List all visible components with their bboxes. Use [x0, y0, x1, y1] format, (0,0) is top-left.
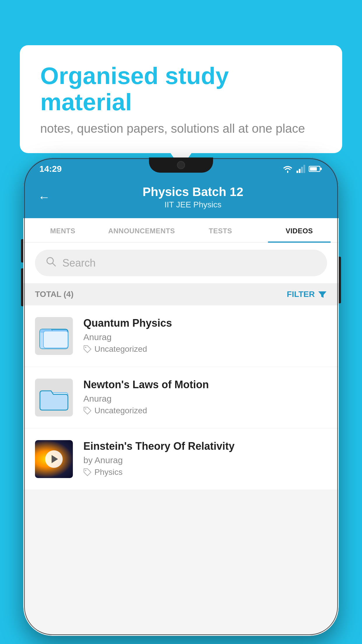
play-triangle-icon	[52, 455, 58, 463]
list-item[interactable]: Quantum Physics Anurag Uncategorized	[23, 305, 339, 367]
wifi-icon	[282, 165, 293, 173]
filter-icon	[318, 290, 327, 298]
camera	[177, 161, 185, 169]
app-header: ← Physics Batch 12 IIT JEE Physics	[23, 177, 339, 218]
tab-tests[interactable]: TESTS	[181, 218, 260, 242]
item-thumbnail-1	[35, 317, 73, 355]
svg-rect-5	[310, 167, 317, 171]
list-item[interactable]: Einstein's Theory Of Relativity by Anura…	[23, 428, 339, 490]
phone-screen: 14:29	[23, 158, 339, 636]
search-container: Search	[23, 243, 339, 283]
signal-icon	[296, 165, 305, 173]
svg-rect-2	[301, 167, 303, 173]
tag-icon-3	[83, 468, 92, 476]
item-title-3: Einstein's Theory Of Relativity	[83, 440, 327, 452]
notch	[149, 158, 213, 173]
item-tag-text-2: Uncategorized	[94, 406, 147, 415]
item-thumbnail-3	[35, 440, 73, 478]
bubble-title: Organised study material	[40, 63, 322, 115]
svg-rect-0	[296, 171, 298, 173]
tab-ments[interactable]: MENTS	[23, 218, 102, 242]
folder-icon-1	[39, 323, 68, 349]
item-tag-2: Uncategorized	[83, 406, 327, 415]
search-icon	[45, 256, 57, 270]
filter-bar: TOTAL (4) FILTER	[23, 283, 339, 305]
item-info-2: Newton's Laws of Motion Anurag Uncategor…	[83, 379, 327, 415]
item-author-3: by Anurag	[83, 455, 327, 465]
phone-frame: 14:29	[23, 158, 339, 636]
side-button-right	[339, 257, 341, 303]
phone-wrapper: 14:29	[23, 158, 339, 636]
speech-bubble: Organised study material notes, question…	[20, 45, 342, 153]
svg-point-15	[85, 470, 86, 471]
svg-line-8	[52, 263, 55, 266]
filter-label: FILTER	[287, 290, 315, 299]
list-item[interactable]: Newton's Laws of Motion Anurag Uncategor…	[23, 367, 339, 428]
tag-icon-2	[83, 407, 92, 415]
header-title: Physics Batch 12	[62, 185, 324, 199]
search-placeholder: Search	[62, 257, 96, 269]
bubble-subtitle: notes, question papers, solutions all at…	[40, 122, 322, 136]
side-button-left1	[21, 239, 23, 262]
tab-announcements[interactable]: ANNOUNCEMENTS	[102, 218, 181, 242]
svg-point-14	[85, 408, 86, 410]
tabs-bar: MENTS ANNOUNCEMENTS TESTS VIDEOS	[23, 218, 339, 243]
battery-icon	[309, 165, 323, 172]
item-tag-text-3: Physics	[94, 468, 122, 477]
search-box[interactable]: Search	[35, 250, 327, 276]
header-subtitle: IIT JEE Physics	[62, 200, 324, 209]
svg-rect-1	[299, 169, 301, 173]
item-tag-1: Uncategorized	[83, 344, 327, 354]
tab-videos[interactable]: VIDEOS	[260, 218, 339, 242]
svg-rect-11	[43, 331, 68, 348]
item-author-1: Anurag	[83, 332, 327, 342]
folder-icon-2	[39, 384, 68, 411]
svg-rect-6	[320, 168, 322, 170]
side-button-left2	[21, 268, 23, 306]
item-info-3: Einstein's Theory Of Relativity by Anura…	[83, 440, 327, 477]
play-button[interactable]	[45, 450, 63, 468]
header-title-block: Physics Batch 12 IIT JEE Physics	[62, 185, 324, 209]
filter-button[interactable]: FILTER	[287, 290, 327, 299]
item-title-2: Newton's Laws of Motion	[83, 379, 327, 391]
status-icons	[282, 165, 323, 173]
tag-icon-1	[83, 345, 92, 353]
video-list: Quantum Physics Anurag Uncategorized	[23, 305, 339, 490]
total-count: TOTAL (4)	[35, 290, 73, 299]
item-author-2: Anurag	[83, 394, 327, 404]
svg-point-12	[85, 347, 86, 348]
item-thumbnail-2	[35, 379, 73, 416]
item-tag-3: Physics	[83, 468, 327, 477]
video-thumbnail-image	[35, 440, 73, 478]
item-tag-text-1: Uncategorized	[94, 344, 147, 354]
item-info-1: Quantum Physics Anurag Uncategorized	[83, 317, 327, 354]
item-title-1: Quantum Physics	[83, 317, 327, 329]
status-time: 14:29	[39, 164, 62, 174]
svg-rect-3	[303, 165, 305, 173]
back-button[interactable]: ←	[38, 190, 50, 204]
